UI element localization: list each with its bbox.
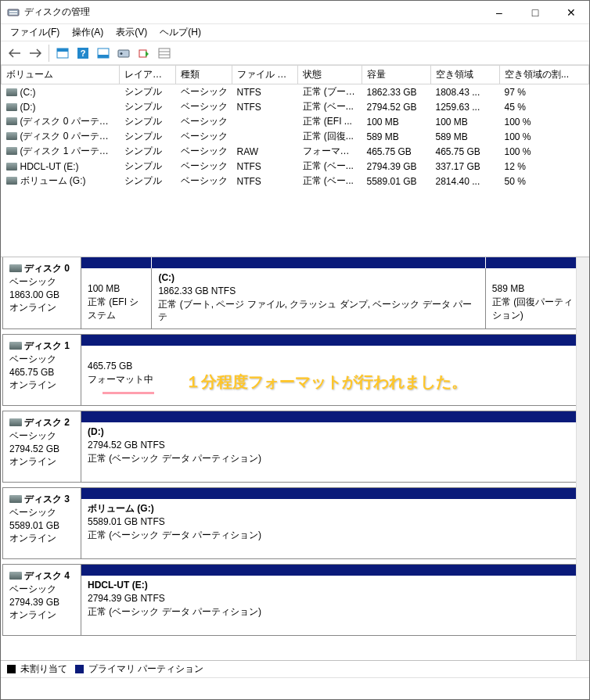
menu-action[interactable]: 操作(A)	[66, 24, 110, 41]
forward-button[interactable]	[26, 44, 45, 63]
table-row[interactable]: (ディスク 0 パーティシ...シンプルベーシック正常 (EFI ...100 …	[2, 114, 589, 129]
partitions: ボリューム (G:)5589.01 GB NTFS正常 (ベーシック データ パ…	[81, 488, 587, 558]
table-row[interactable]: ボリューム (G:)シンプルベーシックNTFS正常 (ベー...5589.01 …	[2, 174, 589, 188]
disk-row[interactable]: ディスク 0ベーシック1863.00 GBオンライン100 MB正常 (EFI …	[2, 257, 588, 329]
table-row[interactable]: (ディスク 1 パーティシ...シンプルベーシックRAWフォーマット中465.7…	[2, 144, 589, 159]
partition[interactable]: 100 MB正常 (EFI システム	[81, 268, 152, 328]
disk-row[interactable]: ディスク 4ベーシック2794.39 GBオンラインHDCL-UT (E:)27…	[2, 564, 588, 636]
view-bottom-button[interactable]	[94, 44, 113, 63]
partition-bar	[81, 257, 152, 268]
svg-rect-11	[139, 50, 146, 57]
back-button[interactable]	[5, 44, 24, 63]
volume-icon	[6, 147, 17, 155]
partition-bar	[152, 257, 485, 268]
partition-status: 正常 (ブート, ページ ファイル, クラッシュ ダンプ, ベーシック データ …	[158, 298, 478, 325]
settings-icon[interactable]	[114, 44, 133, 63]
vol-free: 1259.63 ...	[431, 99, 500, 114]
vol-layout: シンプル	[120, 84, 176, 100]
vol-fs: NTFS	[232, 99, 298, 114]
partition[interactable]: ボリューム (G:)5589.01 GB NTFS正常 (ベーシック データ パ…	[81, 499, 587, 558]
col-free[interactable]: 空き領域	[431, 66, 500, 84]
vol-pct: 100 %	[500, 144, 589, 159]
disk-label: ディスク 4ベーシック2794.39 GBオンライン	[3, 565, 81, 635]
action-icon[interactable]	[135, 44, 153, 63]
partition[interactable]: (D:)2794.52 GB NTFS正常 (ベーシック データ パーティション…	[81, 422, 587, 482]
close-button[interactable]: ✕	[553, 1, 589, 23]
vol-pct: 45 %	[500, 99, 589, 114]
menu-help[interactable]: ヘルプ(H)	[153, 24, 207, 41]
disk-management-window: ディスクの管理 – □ ✕ ファイル(F) 操作(A) 表示(V) ヘルプ(H)…	[0, 0, 590, 700]
disk-label: ディスク 0ベーシック1863.00 GBオンライン	[3, 257, 81, 328]
svg-rect-8	[98, 55, 109, 58]
disk-size: 2794.52 GB	[9, 443, 59, 454]
table-row[interactable]: (D:)シンプルベーシックNTFS正常 (ベー...2794.52 GB1259…	[2, 99, 589, 114]
app-icon	[7, 6, 20, 19]
vol-free: 1808.43 ...	[431, 84, 500, 100]
disk-size: 465.75 GB	[9, 367, 54, 378]
minimize-button[interactable]: –	[481, 1, 517, 23]
partition-title: (C:)	[158, 271, 478, 285]
vol-layout: シンプル	[120, 174, 176, 188]
col-fs[interactable]: ファイル システム	[232, 66, 298, 84]
partition[interactable]: HDCL-UT (E:)2794.39 GB NTFS正常 (ベーシック データ…	[81, 576, 587, 635]
volume-icon	[6, 117, 17, 125]
svg-rect-4	[57, 48, 68, 52]
window-title: ディスクの管理	[24, 5, 481, 19]
svg-rect-2	[9, 13, 17, 15]
vol-pct: 12 %	[500, 159, 589, 174]
separator	[49, 45, 49, 62]
scrollbar[interactable]	[576, 257, 589, 660]
vol-type: ベーシック	[176, 84, 232, 100]
partition-bar	[81, 488, 587, 499]
maximize-button[interactable]: □	[517, 1, 553, 23]
vol-name: (D:)	[20, 102, 36, 113]
disk-type: ベーシック	[9, 583, 56, 594]
vol-pct: 100 %	[500, 114, 589, 129]
vol-name: (ディスク 1 パーティシ...	[20, 145, 120, 156]
volume-list[interactable]: ボリューム レイアウト 種類 ファイル システム 状態 容量 空き領域 空き領域…	[1, 65, 589, 257]
vol-status: 正常 (ベー...	[298, 174, 362, 188]
menu-file[interactable]: ファイル(F)	[4, 24, 66, 41]
partitions: 465.75 GBフォーマット中	[81, 335, 587, 405]
menu-view[interactable]: 表示(V)	[110, 24, 153, 41]
disk-label: ディスク 1ベーシック465.75 GBオンライン	[3, 335, 81, 405]
content: ボリューム レイアウト 種類 ファイル システム 状態 容量 空き領域 空き領域…	[1, 65, 589, 699]
svg-point-10	[121, 52, 123, 55]
vol-status: 正常 (ベー...	[298, 99, 362, 114]
partition-status: 正常 (ベーシック データ パーティション)	[88, 452, 581, 465]
vol-name: HDCL-UT (E:)	[20, 161, 79, 172]
col-volume[interactable]: ボリューム	[2, 66, 120, 84]
table-row[interactable]: (ディスク 0 パーティシ...シンプルベーシック正常 (回復...589 MB…	[2, 129, 589, 144]
partition[interactable]: 465.75 GBフォーマット中	[81, 346, 587, 405]
disk-row[interactable]: ディスク 3ベーシック5589.01 GBオンラインボリューム (G:)5589…	[2, 487, 588, 559]
disk-name: ディスク 2	[24, 417, 70, 428]
col-status[interactable]: 状態	[298, 66, 362, 84]
partition[interactable]: 589 MB正常 (回復パーティション)	[486, 268, 587, 328]
disk-label: ディスク 2ベーシック2794.52 GBオンライン	[3, 411, 81, 482]
table-row[interactable]: HDCL-UT (E:)シンプルベーシックNTFS正常 (ベー...2794.3…	[2, 159, 589, 174]
col-layout[interactable]: レイアウト	[120, 66, 176, 84]
toolbar: ?	[1, 41, 589, 65]
vol-type: ベーシック	[176, 114, 232, 129]
disk-graphical-view[interactable]: １分程度フォーマットが行われました。 ディスク 0ベーシック1863.00 GB…	[1, 257, 589, 660]
partition-bar	[486, 257, 587, 268]
disk-row[interactable]: ディスク 2ベーシック2794.52 GBオンライン(D:)2794.52 GB…	[2, 411, 588, 483]
partitions: (D:)2794.52 GB NTFS正常 (ベーシック データ パーティション…	[81, 411, 587, 482]
svg-text:?: ?	[81, 48, 86, 58]
partition[interactable]: (C:)1862.33 GB NTFS正常 (ブート, ページ ファイル, クラ…	[152, 268, 485, 328]
vol-fs	[232, 129, 298, 144]
disk-type: ベーシック	[9, 354, 56, 364]
col-pct[interactable]: 空き領域の割...	[500, 66, 589, 84]
vol-fs	[232, 114, 298, 129]
disk-row[interactable]: ディスク 1ベーシック465.75 GBオンライン465.75 GBフォーマット…	[2, 334, 588, 406]
col-capacity[interactable]: 容量	[362, 66, 431, 84]
vol-name: (ディスク 0 パーティシ...	[20, 116, 120, 127]
col-type[interactable]: 種類	[176, 66, 232, 84]
view-top-button[interactable]	[53, 44, 72, 63]
disk-name: ディスク 1	[24, 340, 70, 351]
menubar: ファイル(F) 操作(A) 表示(V) ヘルプ(H)	[1, 24, 589, 41]
help-icon[interactable]: ?	[74, 44, 92, 63]
disk-icon	[9, 264, 22, 272]
table-row[interactable]: (C:)シンプルベーシックNTFS正常 (ブート...1862.33 GB180…	[2, 84, 589, 100]
list-icon[interactable]	[155, 44, 174, 63]
